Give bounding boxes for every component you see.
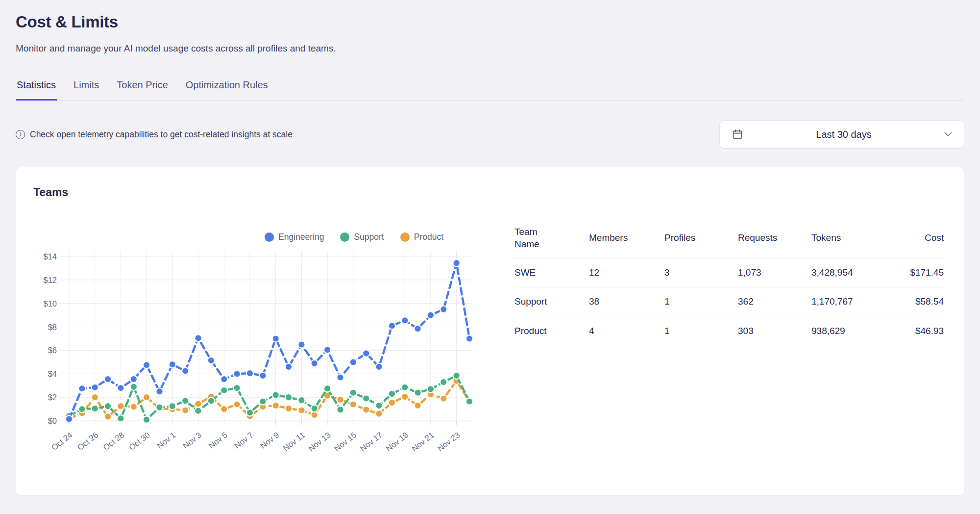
data-point-engineering [337,374,343,381]
data-point-engineering [104,376,111,383]
legend-label: Engineering [278,232,324,242]
cell-requests: 362 [738,296,811,307]
data-point-product [389,399,395,406]
y-axis-label: $8 [48,323,57,332]
data-point-support [220,387,227,394]
y-axis-label: $14 [43,252,57,261]
cell-team: Product [514,326,589,336]
cell-profiles: 1 [664,326,738,336]
x-axis-label: Nov 9 [258,430,280,450]
data-point-product [401,393,408,400]
column-header-requests: Requests [738,231,811,244]
legend-item-support[interactable]: Support [340,232,384,242]
x-axis-label: Nov 11 [281,430,306,453]
cell-profiles: 3 [664,267,738,278]
table-row-product: Product41303938,629$46.93 [514,316,944,345]
column-header-tokens: Tokens [811,231,900,244]
tab-limits[interactable]: Limits [73,76,100,101]
data-point-support [208,397,215,404]
x-axis-label: Nov 15 [332,430,358,453]
data-point-support [285,394,292,401]
data-point-product [337,396,343,403]
telemetry-hint-text: Check open telemetry capabilities to get… [30,129,293,140]
data-point-engineering [195,334,201,341]
data-point-engineering [324,346,331,353]
x-axis-label: Nov 13 [307,430,332,453]
data-point-support [233,385,240,391]
data-point-engineering [130,376,137,383]
data-point-support [363,395,369,402]
page-subtitle: Monitor and manage your AI model usage c… [16,43,964,54]
data-point-engineering [401,317,408,324]
tab-optimization-rules[interactable]: Optimization Rules [185,76,269,101]
cell-requests: 1,073 [738,267,811,278]
data-point-engineering [363,350,369,357]
data-point-support [156,404,163,411]
data-point-engineering [78,385,85,392]
data-point-engineering [272,335,279,342]
date-range-select[interactable]: Last 30 days [719,120,964,149]
cell-team: SWE [514,267,589,278]
data-point-engineering [375,363,382,370]
data-point-product [233,401,240,408]
data-point-engineering [143,361,150,368]
legend-dot-support [340,232,349,242]
tab-token-price[interactable]: Token Price [116,76,169,101]
legend-item-product[interactable]: Product [400,232,443,242]
data-point-engineering [220,376,227,383]
y-axis-label: $4 [48,369,57,378]
data-point-product [92,394,98,401]
data-point-support [389,390,395,397]
data-point-engineering [285,363,292,370]
legend-label: Product [414,232,443,242]
cell-members: 38 [589,296,664,307]
data-point-engineering [92,384,98,391]
data-point-support [427,386,434,392]
x-axis-label: Oct 26 [75,430,99,452]
data-point-engineering [414,325,421,332]
data-point-support [324,385,331,392]
data-point-product [220,406,227,412]
data-point-support [259,398,266,405]
cell-requests: 303 [738,326,811,336]
date-range-value: Last 30 days [743,129,944,140]
cell-cost: $171.45 [900,267,944,278]
column-header-team-name: Team Name [514,226,589,250]
cell-tokens: 938,629 [811,326,900,336]
data-point-engineering [117,385,124,391]
telemetry-hint: i Check open telemetry capabilities to g… [16,129,293,140]
y-axis-label: $2 [48,393,57,402]
x-axis-label: Oct 28 [101,430,125,452]
legend-item-engineering[interactable]: Engineering [265,232,324,242]
x-axis-label: Oct 30 [127,430,151,452]
legend-label: Support [354,232,384,242]
table-row-swe: SWE1231,0733,428,954$171.45 [514,258,944,287]
data-point-engineering [311,360,318,367]
data-point-engineering [453,259,460,266]
column-header-cost: Cost [900,231,944,244]
data-point-engineering [233,370,240,377]
data-point-product [272,402,279,409]
calendar-icon [732,128,743,140]
data-point-engineering [182,367,189,374]
data-point-support [440,379,447,386]
cost-limits-page: Cost & Limits Monitor and manage your AI… [0,13,980,495]
column-header-profiles: Profiles [664,231,738,244]
chart-legend: EngineeringSupportProduct [265,232,443,242]
y-axis-label: $12 [43,276,57,284]
cell-tokens: 1,170,767 [811,296,900,307]
data-point-support [414,389,421,396]
y-axis-label: $0 [48,416,57,425]
data-point-support [143,416,150,423]
column-header-members: Members [589,231,664,244]
cell-members: 4 [589,326,664,336]
y-axis-label: $6 [48,346,57,355]
tab-statistics[interactable]: Statistics [16,76,57,101]
data-point-engineering [298,341,305,348]
cell-cost: $58.54 [900,296,944,307]
x-axis-label: Nov 5 [207,430,229,450]
x-axis-label: Nov 23 [436,430,461,453]
data-point-product [440,395,447,402]
data-point-engineering [427,311,434,318]
data-point-support [311,405,318,412]
